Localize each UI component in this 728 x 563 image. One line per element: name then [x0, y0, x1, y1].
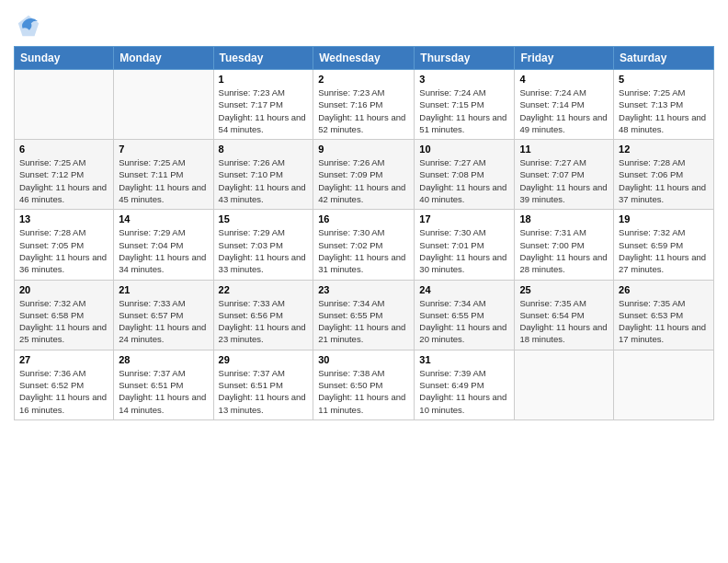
day-cell: 17Sunrise: 7:30 AM Sunset: 7:01 PM Dayli… [415, 210, 515, 280]
day-number: 16 [318, 213, 409, 224]
day-cell: 18Sunrise: 7:31 AM Sunset: 7:00 PM Dayli… [515, 210, 614, 280]
day-cell: 6Sunrise: 7:25 AM Sunset: 7:12 PM Daylig… [15, 140, 114, 210]
weekday-header-saturday: Saturday [614, 47, 714, 70]
day-number: 13 [19, 213, 108, 224]
day-info: Sunrise: 7:28 AM Sunset: 7:06 PM Dayligh… [619, 156, 709, 205]
week-row-4: 20Sunrise: 7:32 AM Sunset: 6:58 PM Dayli… [15, 280, 714, 350]
day-number: 18 [519, 213, 609, 224]
day-info: Sunrise: 7:29 AM Sunset: 7:04 PM Dayligh… [119, 226, 208, 275]
day-cell: 4Sunrise: 7:24 AM Sunset: 7:14 PM Daylig… [515, 70, 614, 140]
day-info: Sunrise: 7:30 AM Sunset: 7:02 PM Dayligh… [318, 226, 409, 275]
weekday-header-tuesday: Tuesday [213, 47, 313, 70]
week-row-3: 13Sunrise: 7:28 AM Sunset: 7:05 PM Dayli… [15, 210, 714, 280]
day-info: Sunrise: 7:38 AM Sunset: 6:50 PM Dayligh… [318, 367, 409, 416]
day-info: Sunrise: 7:34 AM Sunset: 6:55 PM Dayligh… [419, 297, 509, 346]
day-number: 30 [318, 354, 409, 365]
day-cell: 15Sunrise: 7:29 AM Sunset: 7:03 PM Dayli… [213, 210, 313, 280]
day-cell: 26Sunrise: 7:35 AM Sunset: 6:53 PM Dayli… [614, 280, 714, 350]
day-cell: 2Sunrise: 7:23 AM Sunset: 7:16 PM Daylig… [313, 70, 415, 140]
day-info: Sunrise: 7:35 AM Sunset: 6:53 PM Dayligh… [619, 297, 709, 346]
day-number: 26 [619, 284, 709, 295]
day-info: Sunrise: 7:27 AM Sunset: 7:07 PM Dayligh… [519, 156, 609, 205]
day-cell: 28Sunrise: 7:37 AM Sunset: 6:51 PM Dayli… [114, 350, 213, 419]
day-cell: 12Sunrise: 7:28 AM Sunset: 7:06 PM Dayli… [614, 140, 714, 210]
day-info: Sunrise: 7:32 AM Sunset: 6:59 PM Dayligh… [619, 226, 709, 275]
day-info: Sunrise: 7:33 AM Sunset: 6:56 PM Dayligh… [219, 297, 309, 346]
day-number: 24 [419, 284, 509, 295]
day-number: 20 [19, 284, 108, 295]
day-number: 8 [219, 144, 309, 155]
weekday-header-thursday: Thursday [415, 47, 515, 70]
logo-icon [16, 13, 41, 39]
day-cell: 7Sunrise: 7:25 AM Sunset: 7:11 PM Daylig… [114, 140, 213, 210]
week-row-2: 6Sunrise: 7:25 AM Sunset: 7:12 PM Daylig… [15, 140, 714, 210]
day-cell: 3Sunrise: 7:24 AM Sunset: 7:15 PM Daylig… [415, 70, 515, 140]
day-number: 22 [219, 284, 309, 295]
logo [14, 13, 43, 39]
day-cell: 14Sunrise: 7:29 AM Sunset: 7:04 PM Dayli… [114, 210, 213, 280]
day-info: Sunrise: 7:30 AM Sunset: 7:01 PM Dayligh… [419, 226, 509, 275]
header-area [14, 9, 714, 39]
day-cell: 29Sunrise: 7:37 AM Sunset: 6:51 PM Dayli… [213, 350, 313, 419]
day-cell: 1Sunrise: 7:23 AM Sunset: 7:17 PM Daylig… [213, 70, 313, 140]
day-number: 23 [318, 284, 409, 295]
day-cell [614, 350, 714, 419]
day-number: 28 [119, 354, 208, 365]
day-number: 6 [19, 144, 108, 155]
weekday-header-friday: Friday [515, 47, 614, 70]
day-info: Sunrise: 7:28 AM Sunset: 7:05 PM Dayligh… [19, 226, 108, 275]
day-cell: 9Sunrise: 7:26 AM Sunset: 7:09 PM Daylig… [313, 140, 415, 210]
day-number: 17 [419, 213, 509, 224]
day-number: 9 [318, 144, 409, 155]
day-number: 7 [119, 144, 208, 155]
day-info: Sunrise: 7:26 AM Sunset: 7:09 PM Dayligh… [318, 156, 409, 205]
day-info: Sunrise: 7:24 AM Sunset: 7:14 PM Dayligh… [519, 86, 609, 135]
day-cell: 8Sunrise: 7:26 AM Sunset: 7:10 PM Daylig… [213, 140, 313, 210]
day-info: Sunrise: 7:26 AM Sunset: 7:10 PM Dayligh… [219, 156, 309, 205]
day-info: Sunrise: 7:37 AM Sunset: 6:51 PM Dayligh… [119, 367, 208, 416]
weekday-header-monday: Monday [114, 47, 213, 70]
day-info: Sunrise: 7:25 AM Sunset: 7:13 PM Dayligh… [619, 86, 709, 135]
weekday-header-sunday: Sunday [15, 47, 114, 70]
day-info: Sunrise: 7:25 AM Sunset: 7:11 PM Dayligh… [119, 156, 208, 205]
day-number: 15 [219, 213, 309, 224]
day-cell: 31Sunrise: 7:39 AM Sunset: 6:49 PM Dayli… [415, 350, 515, 419]
week-row-1: 1Sunrise: 7:23 AM Sunset: 7:17 PM Daylig… [15, 70, 714, 140]
day-number: 31 [419, 354, 509, 365]
day-info: Sunrise: 7:34 AM Sunset: 6:55 PM Dayligh… [318, 297, 409, 346]
day-number: 21 [119, 284, 208, 295]
day-info: Sunrise: 7:25 AM Sunset: 7:12 PM Dayligh… [19, 156, 108, 205]
day-cell: 27Sunrise: 7:36 AM Sunset: 6:52 PM Dayli… [15, 350, 114, 419]
day-cell [15, 70, 114, 140]
day-info: Sunrise: 7:36 AM Sunset: 6:52 PM Dayligh… [19, 367, 108, 416]
day-cell [114, 70, 213, 140]
page-container: SundayMondayTuesdayWednesdayThursdayFrid… [0, 0, 728, 430]
day-cell: 23Sunrise: 7:34 AM Sunset: 6:55 PM Dayli… [313, 280, 415, 350]
day-number: 19 [619, 213, 709, 224]
day-number: 5 [619, 74, 709, 85]
day-info: Sunrise: 7:23 AM Sunset: 7:17 PM Dayligh… [219, 86, 309, 135]
day-info: Sunrise: 7:37 AM Sunset: 6:51 PM Dayligh… [219, 367, 309, 416]
day-number: 27 [19, 354, 108, 365]
weekday-header-row: SundayMondayTuesdayWednesdayThursdayFrid… [15, 47, 714, 70]
day-cell: 30Sunrise: 7:38 AM Sunset: 6:50 PM Dayli… [313, 350, 415, 419]
day-number: 3 [419, 74, 509, 85]
weekday-header-wednesday: Wednesday [313, 47, 415, 70]
calendar-table: SundayMondayTuesdayWednesdayThursdayFrid… [14, 46, 714, 420]
day-info: Sunrise: 7:24 AM Sunset: 7:15 PM Dayligh… [419, 86, 509, 135]
day-cell: 13Sunrise: 7:28 AM Sunset: 7:05 PM Dayli… [15, 210, 114, 280]
day-cell: 5Sunrise: 7:25 AM Sunset: 7:13 PM Daylig… [614, 70, 714, 140]
day-cell: 21Sunrise: 7:33 AM Sunset: 6:57 PM Dayli… [114, 280, 213, 350]
day-number: 14 [119, 213, 208, 224]
day-cell: 10Sunrise: 7:27 AM Sunset: 7:08 PM Dayli… [415, 140, 515, 210]
day-info: Sunrise: 7:33 AM Sunset: 6:57 PM Dayligh… [119, 297, 208, 346]
day-info: Sunrise: 7:35 AM Sunset: 6:54 PM Dayligh… [519, 297, 609, 346]
week-row-5: 27Sunrise: 7:36 AM Sunset: 6:52 PM Dayli… [15, 350, 714, 419]
day-number: 12 [619, 144, 709, 155]
day-info: Sunrise: 7:23 AM Sunset: 7:16 PM Dayligh… [318, 86, 409, 135]
day-cell: 16Sunrise: 7:30 AM Sunset: 7:02 PM Dayli… [313, 210, 415, 280]
day-cell [515, 350, 614, 419]
day-cell: 20Sunrise: 7:32 AM Sunset: 6:58 PM Dayli… [15, 280, 114, 350]
day-number: 4 [519, 74, 609, 85]
day-info: Sunrise: 7:27 AM Sunset: 7:08 PM Dayligh… [419, 156, 509, 205]
